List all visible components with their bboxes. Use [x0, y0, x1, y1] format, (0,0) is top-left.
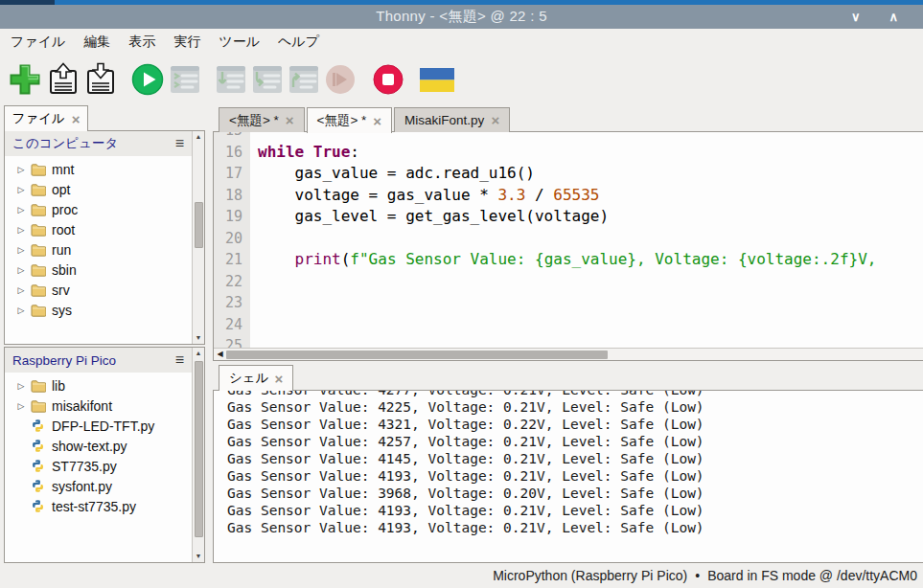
code-line — [250, 314, 258, 336]
chevron-up-icon[interactable]: ∧ — [888, 11, 898, 23]
scrollbar-thumb[interactable] — [195, 361, 203, 537]
close-icon[interactable]: × — [373, 114, 381, 128]
tree-item-sys[interactable]: ▷sys — [5, 300, 192, 320]
tree-item-test-st7735.py[interactable]: test-st7735.py — [5, 496, 192, 516]
files-panel-pico: Raspberry Pi Pico ≡ ▷lib▷misakifontDFP-L… — [4, 347, 205, 563]
expander-icon[interactable]: ▷ — [16, 205, 26, 215]
folder-icon — [31, 162, 47, 177]
step-over-button[interactable] — [216, 57, 246, 102]
tab-shell[interactable]: シェル × — [219, 365, 293, 391]
editor-hscrollbar[interactable]: ◀ — [214, 348, 923, 360]
tree-item-misakifont[interactable]: ▷misakifont — [5, 396, 192, 416]
tree-item-show-text.py[interactable]: show-text.py — [5, 436, 192, 456]
menu-help[interactable]: ヘルプ — [276, 32, 321, 53]
ukraine-flag — [420, 57, 454, 102]
expander-icon[interactable]: ▷ — [16, 401, 26, 411]
pico-tree-scrollbar[interactable]: ▲ ▼ — [192, 348, 204, 562]
computer-tree-scrollbar[interactable]: ▲ ▼ — [192, 131, 204, 344]
step-out-icon — [288, 64, 319, 95]
close-icon[interactable]: × — [491, 113, 499, 127]
line-number: 17 — [214, 163, 250, 185]
stop-button[interactable] — [373, 57, 404, 102]
close-icon[interactable]: × — [72, 112, 81, 126]
tree-item-run[interactable]: ▷run — [5, 239, 192, 260]
line-number: 18 — [214, 185, 250, 207]
debug-icon — [170, 64, 200, 95]
scroll-up-icon[interactable]: ▲ — [193, 131, 204, 143]
tab-files[interactable]: ファイル × — [4, 105, 88, 131]
tab-misakifont[interactable]: MisakiFont.py × — [394, 107, 510, 132]
tree-item-srv[interactable]: ▷srv — [5, 280, 192, 300]
titlebar-controls: ∨ ∧ — [851, 5, 898, 29]
expander-icon[interactable]: ▷ — [16, 225, 26, 235]
tree-item-proc[interactable]: ▷proc — [5, 199, 192, 219]
folder-icon — [31, 378, 47, 394]
expander-icon[interactable]: ▷ — [16, 185, 26, 194]
tree-item-opt[interactable]: ▷opt — [5, 179, 192, 199]
tree-item-label: srv — [52, 283, 70, 298]
expander-icon[interactable]: ▷ — [16, 265, 26, 275]
debug-button[interactable] — [170, 57, 200, 102]
step-over-icon — [216, 64, 246, 95]
computer-file-tree[interactable]: ▷mnt▷opt▷proc▷root▷run▷sbin▷srv▷sys — [5, 156, 192, 344]
files-panel-computer: このコンピュータ ≡ ▷mnt▷opt▷proc▷root▷run▷sbin▷s… — [4, 130, 205, 345]
scroll-down-icon[interactable]: ▼ — [193, 551, 204, 562]
tree-item-lib[interactable]: ▷lib — [5, 375, 192, 396]
hamburger-menu-icon[interactable]: ≡ — [175, 136, 184, 151]
scroll-down-icon[interactable]: ▼ — [193, 332, 204, 344]
scroll-left-icon[interactable]: ◀ — [214, 349, 226, 360]
close-icon[interactable]: × — [274, 372, 283, 386]
code-line: gas_value = adc.read_u16() — [250, 163, 535, 185]
save-file-button[interactable] — [83, 57, 118, 102]
code-line — [250, 292, 258, 314]
pico-file-tree[interactable]: ▷lib▷misakifontDFP-LED-TFT.pyshow-text.p… — [5, 373, 192, 562]
tree-item-mnt[interactable]: ▷mnt — [5, 159, 192, 179]
open-file-button[interactable] — [46, 57, 81, 102]
resume-button[interactable] — [325, 57, 356, 102]
hamburger-menu-icon[interactable]: ≡ — [175, 352, 184, 368]
close-icon[interactable]: × — [286, 113, 294, 127]
ukraine-flag-icon — [420, 68, 454, 92]
tree-item-label: test-st7735.py — [52, 499, 136, 514]
menu-tools[interactable]: ツール — [217, 32, 262, 53]
folder-icon — [31, 202, 47, 217]
run-button[interactable] — [131, 57, 164, 102]
board-status: Board in FS mode @ /dev/ttyACM0 — [707, 568, 917, 583]
expander-icon[interactable]: ▷ — [16, 245, 26, 255]
tree-item-sysfont.py[interactable]: sysfont.py — [5, 476, 192, 496]
step-out-button[interactable] — [288, 57, 319, 102]
shell-line: Gas Sensor Value: 3968, Voltage: 0.20V, … — [227, 485, 923, 502]
window-title: Thonny - <無題> @ 22 : 5 — [376, 8, 547, 26]
expander-icon[interactable]: ▷ — [16, 381, 26, 391]
code-editor[interactable]: 1516while True:17 gas_value = adc.read_u… — [213, 131, 923, 361]
scroll-up-icon[interactable]: ▲ — [193, 348, 204, 359]
shell-output[interactable]: Gas Sensor Value: 4277, Voltage: 0.21V, … — [213, 390, 923, 563]
editor-line-20: 20 — [214, 228, 923, 250]
tree-item-ST7735.py[interactable]: ST7735.py — [5, 456, 192, 476]
expander-icon[interactable]: ▷ — [16, 165, 26, 174]
computer-panel-header: このコンピュータ ≡ — [5, 131, 192, 156]
editor-line-17: 17 gas_value = adc.read_u16() — [214, 163, 923, 185]
tab-untitled-2[interactable]: <無題> * × — [307, 107, 393, 133]
editor-line-24: 24 — [214, 314, 923, 336]
editor-line-18: 18 voltage = gas_value * 3.3 / 65535 — [214, 185, 923, 207]
scrollbar-thumb[interactable] — [226, 351, 608, 359]
expander-icon[interactable]: ▷ — [16, 305, 26, 315]
tree-item-sbin[interactable]: ▷sbin — [5, 260, 192, 280]
menu-file[interactable]: ファイル — [9, 32, 67, 53]
shell-line: Gas Sensor Value: 4277, Voltage: 0.21V, … — [227, 390, 923, 398]
new-file-button[interactable] — [8, 57, 42, 102]
tree-item-DFP-LED-TFT.py[interactable]: DFP-LED-TFT.py — [5, 416, 192, 436]
tab-untitled-1[interactable]: <無題> * × — [219, 107, 305, 132]
code-line: print(f"Gas Sensor Value: {gas_value}, V… — [250, 249, 876, 271]
step-into-button[interactable] — [252, 57, 283, 102]
line-number: 23 — [214, 292, 250, 314]
interpreter-status: MicroPython (Raspberry Pi Pico) — [493, 568, 687, 583]
scrollbar-thumb[interactable] — [195, 202, 203, 248]
menu-view[interactable]: 表示 — [127, 32, 157, 53]
chevron-down-icon[interactable]: ∨ — [851, 11, 861, 23]
menu-run[interactable]: 実行 — [172, 32, 202, 53]
tree-item-root[interactable]: ▷root — [5, 219, 192, 239]
expander-icon[interactable]: ▷ — [16, 285, 26, 295]
menu-edit[interactable]: 編集 — [81, 32, 112, 53]
